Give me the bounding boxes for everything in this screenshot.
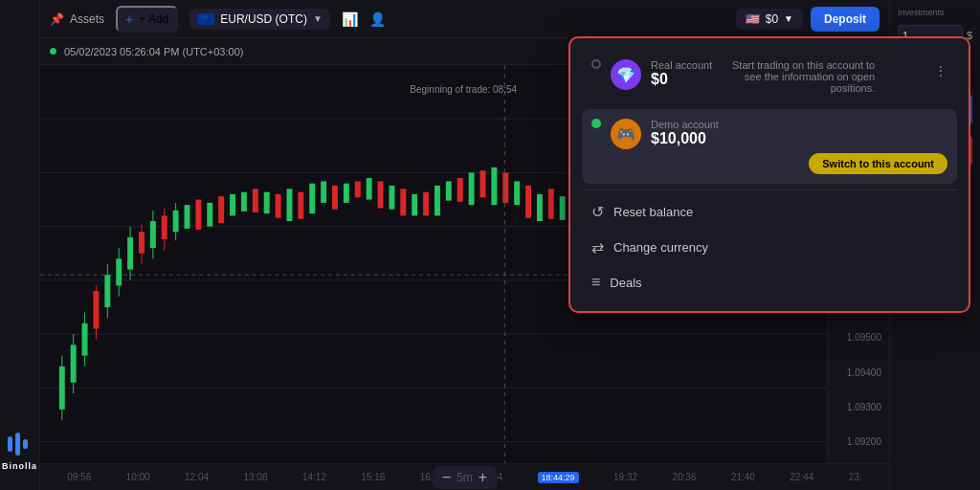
svg-rect-34 <box>150 221 156 248</box>
deposit-label: Deposit <box>824 12 866 26</box>
time-label: 23: <box>849 472 862 483</box>
svg-rect-66 <box>446 181 452 200</box>
beginning-label: Beginning of trade: 08:54 <box>410 84 517 95</box>
account-dropdown: 💎 Real account $0 Start trading on this … <box>568 36 970 313</box>
reset-icon: ↺ <box>591 203 604 221</box>
app-container: Binolla 📌 Assets + + Add 🇪🇺 EUR/USD (OTC… <box>0 0 980 490</box>
zoom-out-button[interactable]: − <box>442 469 451 486</box>
real-account-type: Real account <box>651 59 712 71</box>
demo-account-info: Demo account $10,000 <box>651 119 719 147</box>
us-flag-icon: 🇺🇸 <box>746 12 760 26</box>
person-icon[interactable]: 👤 <box>369 11 386 27</box>
svg-rect-19 <box>93 291 99 328</box>
datetime-label: 05/02/2023 05:26:04 PM (UTC+03:00) <box>64 46 243 57</box>
time-highlight: 18:44:29 <box>538 472 579 483</box>
deals-icon: ≡ <box>591 274 600 291</box>
demo-account-balance: $10,000 <box>651 130 719 147</box>
svg-rect-1 <box>15 433 20 456</box>
time-label: 15:16 <box>361 472 385 483</box>
svg-rect-64 <box>423 192 429 216</box>
svg-rect-54 <box>309 184 315 213</box>
zoom-level: 5m <box>457 471 473 484</box>
change-currency-item[interactable]: ⇄ Change currency <box>582 230 957 265</box>
svg-rect-43 <box>185 205 190 229</box>
binolla-logo: Binolla <box>2 431 37 471</box>
assets-label: Assets <box>70 12 104 26</box>
reset-balance-item[interactable]: ↺ Reset balance <box>582 194 957 230</box>
balance-button[interactable]: 🇺🇸 $0 ▼ <box>736 9 803 30</box>
time-label: 19:32 <box>613 472 637 483</box>
svg-rect-65 <box>434 186 440 215</box>
zoom-controls: − 5m + <box>433 466 497 489</box>
real-account-info: Real account $0 <box>651 59 712 88</box>
svg-rect-56 <box>332 186 338 210</box>
svg-rect-50 <box>264 192 270 213</box>
svg-rect-49 <box>253 189 258 212</box>
deals-item[interactable]: ≡ Deals <box>582 265 957 300</box>
switch-label: Switch to this account <box>822 158 934 169</box>
logo-text: Binolla <box>2 461 37 471</box>
price-6: 1.09500 <box>832 332 885 343</box>
demo-account-radio[interactable] <box>591 119 601 128</box>
svg-rect-55 <box>321 181 326 202</box>
topbar-right: 🇺🇸 $0 ▼ Deposit <box>736 7 880 32</box>
time-label: 14:12 <box>302 472 326 483</box>
real-account-radio[interactable] <box>591 59 601 69</box>
svg-rect-28 <box>127 237 133 270</box>
time-label: 22:44 <box>790 472 813 483</box>
time-label: 12:04 <box>185 472 209 483</box>
svg-rect-68 <box>469 172 475 205</box>
assets-section: 📌 Assets <box>50 12 104 26</box>
status-dot <box>50 48 56 55</box>
switch-account-button[interactable]: Switch to this account <box>809 153 947 174</box>
time-axis: − 5m + 09:56 10:00 12:04 13:08 14:12 15:… <box>40 463 889 490</box>
svg-rect-52 <box>286 189 292 221</box>
svg-rect-31 <box>139 232 145 253</box>
real-account-more-icon[interactable]: ⋮ <box>934 63 947 78</box>
svg-rect-13 <box>71 345 77 382</box>
currency-icon: ⇄ <box>591 238 604 256</box>
time-label: 09:56 <box>67 472 91 483</box>
svg-rect-22 <box>104 275 110 307</box>
svg-rect-61 <box>389 186 394 210</box>
svg-rect-51 <box>276 194 281 218</box>
svg-rect-71 <box>502 172 508 202</box>
svg-rect-75 <box>548 189 554 218</box>
demo-account-type: Demo account <box>651 119 719 130</box>
real-account-description: Start trading on this account to see the… <box>722 59 875 94</box>
pair-label: EUR/USD (OTC) <box>220 12 307 26</box>
deals-label: Deals <box>610 276 641 290</box>
svg-rect-58 <box>355 181 361 197</box>
svg-rect-45 <box>207 203 212 227</box>
time-label: 21:40 <box>731 472 755 483</box>
svg-rect-16 <box>82 323 88 356</box>
price-8: 1.09300 <box>832 402 885 412</box>
svg-rect-2 <box>23 439 28 449</box>
top-bar: 📌 Assets + + Add 🇪🇺 EUR/USD (OTC) ▼ 📊 👤 … <box>40 0 889 38</box>
deposit-button[interactable]: Deposit <box>811 7 880 32</box>
svg-rect-73 <box>525 186 531 218</box>
real-account-row[interactable]: 💎 Real account $0 Start trading on this … <box>582 50 957 103</box>
svg-rect-46 <box>218 196 224 223</box>
svg-rect-25 <box>116 258 122 285</box>
svg-rect-10 <box>59 367 65 410</box>
chevron-down-icon: ▼ <box>313 13 323 24</box>
svg-rect-40 <box>173 211 179 232</box>
svg-rect-59 <box>367 178 372 199</box>
svg-rect-53 <box>298 192 303 219</box>
svg-rect-37 <box>162 215 167 239</box>
left-sidebar: Binolla <box>0 0 40 490</box>
zoom-in-button[interactable]: + <box>479 469 487 486</box>
time-label: 10:00 <box>126 472 150 483</box>
demo-account-row[interactable]: 🎮 Demo account $10,000 Switch to this ac… <box>582 109 957 184</box>
chart-icon[interactable]: 📊 <box>342 11 358 27</box>
time-label: 13:08 <box>243 472 267 483</box>
svg-rect-70 <box>491 167 497 205</box>
pair-selector[interactable]: 🇪🇺 EUR/USD (OTC) ▼ <box>189 9 330 30</box>
real-account-icon: 💎 <box>611 59 641 90</box>
demo-account-icon: 🎮 <box>611 119 641 149</box>
svg-rect-67 <box>457 178 463 202</box>
price-9: 1.09200 <box>832 436 885 447</box>
balance-amount: $0 <box>766 12 778 26</box>
add-button[interactable]: + + Add <box>116 6 178 33</box>
